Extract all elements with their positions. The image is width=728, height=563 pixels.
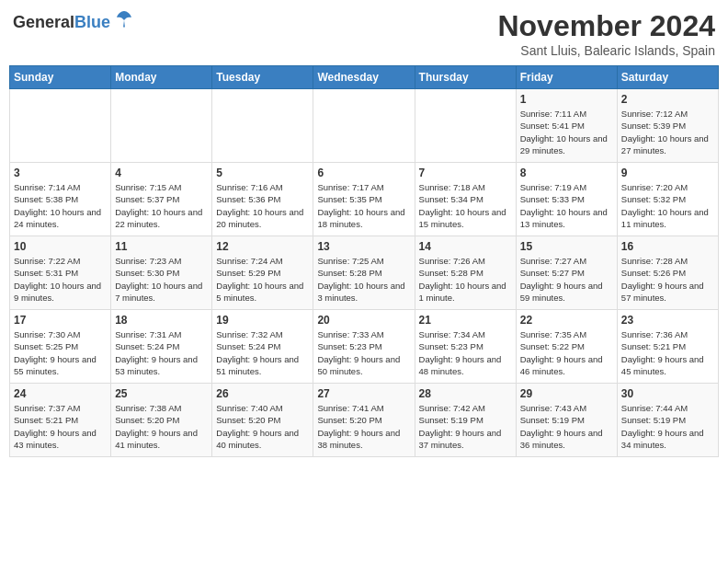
calendar-cell: 23Sunrise: 7:36 AMSunset: 5:21 PMDayligh…	[617, 310, 718, 384]
calendar-row-1: 1Sunrise: 7:11 AMSunset: 5:41 PMDaylight…	[10, 89, 719, 163]
day-number: 19	[216, 314, 309, 327]
day-number: 30	[621, 387, 714, 400]
day-number: 4	[115, 167, 208, 179]
day-info: Sunrise: 7:36 AMSunset: 5:21 PMDaylight:…	[621, 328, 714, 377]
day-number: 10	[14, 240, 107, 253]
title-area: November 2024 Sant Lluis, Balearic Islan…	[497, 9, 715, 58]
calendar-cell: 28Sunrise: 7:42 AMSunset: 5:19 PMDayligh…	[415, 384, 516, 457]
day-info: Sunrise: 7:24 AMSunset: 5:29 PMDaylight:…	[216, 255, 309, 304]
calendar-cell: 17Sunrise: 7:30 AMSunset: 5:25 PMDayligh…	[10, 310, 111, 384]
day-info: Sunrise: 7:22 AMSunset: 5:31 PMDaylight:…	[14, 255, 107, 304]
logo-bird-icon	[114, 9, 134, 35]
calendar-cell	[212, 89, 313, 163]
calendar-cell: 4Sunrise: 7:15 AMSunset: 5:37 PMDaylight…	[111, 163, 212, 236]
day-number: 14	[419, 240, 512, 253]
page-header: GeneralBlue November 2024 Sant Lluis, Ba…	[9, 9, 719, 58]
day-info: Sunrise: 7:42 AMSunset: 5:19 PMDaylight:…	[419, 402, 512, 451]
calendar-cell: 27Sunrise: 7:41 AMSunset: 5:20 PMDayligh…	[313, 384, 415, 457]
calendar-cell: 2Sunrise: 7:12 AMSunset: 5:39 PMDaylight…	[617, 89, 718, 163]
day-info: Sunrise: 7:35 AMSunset: 5:22 PMDaylight:…	[520, 328, 613, 377]
calendar-cell: 21Sunrise: 7:34 AMSunset: 5:23 PMDayligh…	[415, 310, 516, 384]
calendar-cell: 22Sunrise: 7:35 AMSunset: 5:22 PMDayligh…	[516, 310, 617, 384]
calendar-cell: 29Sunrise: 7:43 AMSunset: 5:19 PMDayligh…	[516, 384, 617, 457]
day-number: 16	[621, 240, 714, 253]
day-info: Sunrise: 7:25 AMSunset: 5:28 PMDaylight:…	[317, 255, 410, 304]
calendar-row-3: 10Sunrise: 7:22 AMSunset: 5:31 PMDayligh…	[10, 236, 719, 310]
calendar-cell: 3Sunrise: 7:14 AMSunset: 5:38 PMDaylight…	[10, 163, 111, 236]
day-info: Sunrise: 7:11 AMSunset: 5:41 PMDaylight:…	[520, 108, 613, 156]
day-number: 1	[520, 93, 613, 106]
weekday-header-saturday: Saturday	[617, 66, 718, 89]
day-number: 7	[419, 167, 512, 179]
day-info: Sunrise: 7:28 AMSunset: 5:26 PMDaylight:…	[621, 255, 714, 304]
day-info: Sunrise: 7:18 AMSunset: 5:34 PMDaylight:…	[419, 181, 512, 230]
day-info: Sunrise: 7:37 AMSunset: 5:21 PMDaylight:…	[14, 402, 107, 451]
calendar-cell: 7Sunrise: 7:18 AMSunset: 5:34 PMDaylight…	[415, 163, 516, 236]
day-number: 12	[216, 240, 309, 253]
day-number: 9	[621, 167, 714, 179]
day-number: 23	[621, 314, 714, 327]
day-info: Sunrise: 7:19 AMSunset: 5:33 PMDaylight:…	[520, 181, 613, 230]
day-info: Sunrise: 7:31 AMSunset: 5:24 PMDaylight:…	[115, 328, 208, 377]
day-number: 21	[419, 314, 512, 327]
calendar-cell: 1Sunrise: 7:11 AMSunset: 5:41 PMDaylight…	[516, 89, 617, 163]
day-number: 22	[520, 314, 613, 327]
calendar-row-4: 17Sunrise: 7:30 AMSunset: 5:25 PMDayligh…	[10, 310, 719, 384]
day-number: 24	[14, 387, 107, 400]
day-number: 6	[317, 167, 410, 179]
day-info: Sunrise: 7:15 AMSunset: 5:37 PMDaylight:…	[115, 181, 208, 230]
calendar-cell: 5Sunrise: 7:16 AMSunset: 5:36 PMDaylight…	[212, 163, 313, 236]
calendar-cell: 15Sunrise: 7:27 AMSunset: 5:27 PMDayligh…	[516, 236, 617, 310]
calendar-cell	[415, 89, 516, 163]
day-info: Sunrise: 7:20 AMSunset: 5:32 PMDaylight:…	[621, 181, 714, 230]
day-number: 5	[216, 167, 309, 179]
weekday-header-row: SundayMondayTuesdayWednesdayThursdayFrid…	[10, 66, 719, 89]
calendar-cell: 20Sunrise: 7:33 AMSunset: 5:23 PMDayligh…	[313, 310, 415, 384]
calendar-cell: 6Sunrise: 7:17 AMSunset: 5:35 PMDaylight…	[313, 163, 415, 236]
day-info: Sunrise: 7:34 AMSunset: 5:23 PMDaylight:…	[419, 328, 512, 377]
day-number: 28	[419, 387, 512, 400]
weekday-header-friday: Friday	[516, 66, 617, 89]
day-number: 29	[520, 387, 613, 400]
calendar-table: SundayMondayTuesdayWednesdayThursdayFrid…	[9, 65, 719, 457]
calendar-cell: 12Sunrise: 7:24 AMSunset: 5:29 PMDayligh…	[212, 236, 313, 310]
day-number: 15	[520, 240, 613, 253]
weekday-header-monday: Monday	[111, 66, 212, 89]
calendar-cell: 16Sunrise: 7:28 AMSunset: 5:26 PMDayligh…	[617, 236, 718, 310]
calendar-cell	[313, 89, 415, 163]
day-number: 3	[14, 167, 107, 179]
day-number: 26	[216, 387, 309, 400]
day-info: Sunrise: 7:41 AMSunset: 5:20 PMDaylight:…	[317, 402, 410, 451]
day-number: 17	[14, 314, 107, 327]
calendar-cell: 14Sunrise: 7:26 AMSunset: 5:28 PMDayligh…	[415, 236, 516, 310]
weekday-header-thursday: Thursday	[415, 66, 516, 89]
calendar-cell: 10Sunrise: 7:22 AMSunset: 5:31 PMDayligh…	[10, 236, 111, 310]
calendar-cell: 25Sunrise: 7:38 AMSunset: 5:20 PMDayligh…	[111, 384, 212, 457]
day-info: Sunrise: 7:12 AMSunset: 5:39 PMDaylight:…	[621, 108, 714, 156]
calendar-cell: 18Sunrise: 7:31 AMSunset: 5:24 PMDayligh…	[111, 310, 212, 384]
location-subtitle: Sant Lluis, Balearic Islands, Spain	[497, 43, 715, 58]
day-number: 27	[317, 387, 410, 400]
day-info: Sunrise: 7:30 AMSunset: 5:25 PMDaylight:…	[14, 328, 107, 377]
day-info: Sunrise: 7:23 AMSunset: 5:30 PMDaylight:…	[115, 255, 208, 304]
calendar-row-5: 24Sunrise: 7:37 AMSunset: 5:21 PMDayligh…	[10, 384, 719, 457]
logo-blue: Blue	[74, 13, 110, 31]
calendar-cell	[111, 89, 212, 163]
day-number: 18	[115, 314, 208, 327]
day-info: Sunrise: 7:27 AMSunset: 5:27 PMDaylight:…	[520, 255, 613, 304]
weekday-header-tuesday: Tuesday	[212, 66, 313, 89]
day-number: 11	[115, 240, 208, 253]
day-info: Sunrise: 7:38 AMSunset: 5:20 PMDaylight:…	[115, 402, 208, 451]
day-info: Sunrise: 7:14 AMSunset: 5:38 PMDaylight:…	[14, 181, 107, 230]
day-info: Sunrise: 7:16 AMSunset: 5:36 PMDaylight:…	[216, 181, 309, 230]
day-info: Sunrise: 7:40 AMSunset: 5:20 PMDaylight:…	[216, 402, 309, 451]
calendar-cell	[10, 89, 111, 163]
calendar-cell: 13Sunrise: 7:25 AMSunset: 5:28 PMDayligh…	[313, 236, 415, 310]
day-number: 20	[317, 314, 410, 327]
calendar-cell: 24Sunrise: 7:37 AMSunset: 5:21 PMDayligh…	[10, 384, 111, 457]
day-info: Sunrise: 7:32 AMSunset: 5:24 PMDaylight:…	[216, 328, 309, 377]
day-info: Sunrise: 7:33 AMSunset: 5:23 PMDaylight:…	[317, 328, 410, 377]
calendar-cell: 30Sunrise: 7:44 AMSunset: 5:19 PMDayligh…	[617, 384, 718, 457]
calendar-cell: 26Sunrise: 7:40 AMSunset: 5:20 PMDayligh…	[212, 384, 313, 457]
logo: GeneralBlue	[13, 9, 134, 35]
